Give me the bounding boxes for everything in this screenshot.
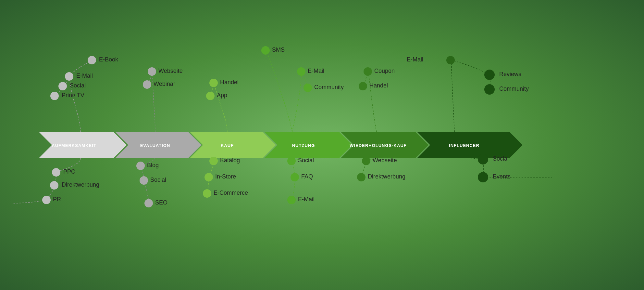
node-aufmerksamkeit-social xyxy=(58,82,67,90)
label-evaluation-webseite: Webseite xyxy=(158,68,183,74)
label-aufmerksamkeit-pr: PR xyxy=(53,196,61,203)
node-kauf-katalog xyxy=(209,157,218,165)
label-aufmerksamkeit-ppc: PPC xyxy=(63,168,75,175)
label-wkauf-webseite: Webseite xyxy=(373,157,397,164)
node-nutzung-sms xyxy=(261,46,270,55)
label-influencer-events: Events xyxy=(493,173,511,180)
node-nutzung-social xyxy=(287,157,296,165)
stage-label-aufmerksamkeit: AUFMERKSAMKEIT xyxy=(52,143,96,148)
label-aufmerksamkeit-direktwerbung: Direktwerbung xyxy=(62,181,99,188)
label-aufmerksamkeit-printtv: Print/ TV xyxy=(62,92,84,99)
label-evaluation-blog: Blog xyxy=(147,162,159,168)
node-wkauf-coupon xyxy=(364,67,372,76)
label-evaluation-webinar: Webinar xyxy=(154,81,175,87)
node-nutzung-email2 xyxy=(287,196,296,204)
node-evaluation-social xyxy=(140,176,148,185)
label-nutzung-community: Community xyxy=(314,84,344,90)
label-influencer-email: E-Mail xyxy=(407,56,423,63)
node-nutzung-email xyxy=(297,67,305,76)
node-aufmerksamkeit-ppc xyxy=(52,168,60,177)
stage-label-nutzung: NUTZUNG xyxy=(292,143,315,148)
label-kauf-app: App xyxy=(217,92,227,99)
node-kauf-instore xyxy=(204,173,213,181)
label-nutzung-social: Social xyxy=(298,157,314,164)
node-wkauf-direktwerbung xyxy=(357,173,365,181)
node-aufmerksamkeit-email xyxy=(65,72,73,81)
node-kauf-ecommerce xyxy=(203,189,211,198)
label-nutzung-email2: E-Mail xyxy=(298,196,315,203)
diagram-container: AUFMERKSAMKEIT EVALUATION KAUF NUTZUNG W… xyxy=(0,0,644,290)
node-influencer-community xyxy=(484,84,495,95)
label-kauf-instore: In-Store xyxy=(215,173,236,180)
label-nutzung-email: E-Mail xyxy=(308,68,324,74)
label-aufmerksamkeit-ebook: E-Book xyxy=(99,56,118,63)
node-wkauf-handel xyxy=(359,82,367,90)
node-influencer-social xyxy=(478,154,488,165)
node-aufmerksamkeit-direktwerbung xyxy=(50,181,58,190)
label-evaluation-seo: SEO xyxy=(155,199,167,206)
label-nutzung-sms: SMS xyxy=(272,46,285,53)
node-influencer-events xyxy=(478,172,488,182)
node-aufmerksamkeit-ebook xyxy=(88,56,96,64)
node-nutzung-community xyxy=(303,84,312,92)
node-evaluation-webinar xyxy=(143,80,151,89)
label-wkauf-direktwerbung: Direktwerbung xyxy=(368,173,405,180)
stage-label-wiederholungskauf: WIEDERHOLUNGS-KAUF xyxy=(350,143,406,148)
node-nutzung-faq xyxy=(291,173,299,181)
label-wkauf-handel: Handel xyxy=(369,82,388,89)
node-kauf-app xyxy=(206,92,215,100)
label-aufmerksamkeit-email: E-Mail xyxy=(76,72,93,79)
node-wkauf-webseite xyxy=(362,157,370,165)
stage-label-evaluation: EVALUATION xyxy=(140,143,170,148)
label-wkauf-coupon: Coupon xyxy=(374,68,395,74)
label-kauf-ecommerce: E-Commerce xyxy=(214,190,248,196)
label-kauf-katalog: Katalog xyxy=(220,157,240,164)
node-evaluation-seo xyxy=(144,199,153,207)
stage-label-influencer: INFLUENCER xyxy=(449,143,479,148)
node-aufmerksamkeit-pr xyxy=(42,196,51,204)
label-influencer-community: Community xyxy=(499,86,529,92)
label-kauf-handel: Handel xyxy=(220,79,239,86)
label-nutzung-faq: FAQ xyxy=(301,173,313,180)
node-influencer-email xyxy=(446,56,455,64)
label-aufmerksamkeit-social: Social xyxy=(70,82,86,89)
node-evaluation-blog xyxy=(136,162,145,170)
stage-label-kauf: KAUF xyxy=(221,143,234,148)
node-influencer-reviews xyxy=(484,70,495,80)
node-aufmerksamkeit-printtv xyxy=(50,92,59,100)
node-evaluation-webseite xyxy=(148,67,156,76)
label-influencer-social: Social xyxy=(493,155,509,162)
label-evaluation-social: Social xyxy=(150,177,166,183)
label-influencer-reviews: Reviews xyxy=(499,71,521,77)
node-kauf-handel xyxy=(209,79,218,87)
